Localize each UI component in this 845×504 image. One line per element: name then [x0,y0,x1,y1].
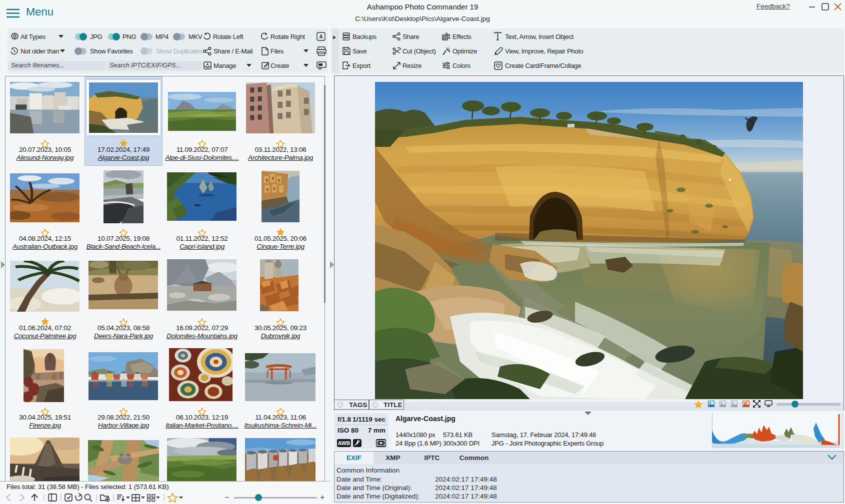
svg-text:A: A [319,34,322,39]
